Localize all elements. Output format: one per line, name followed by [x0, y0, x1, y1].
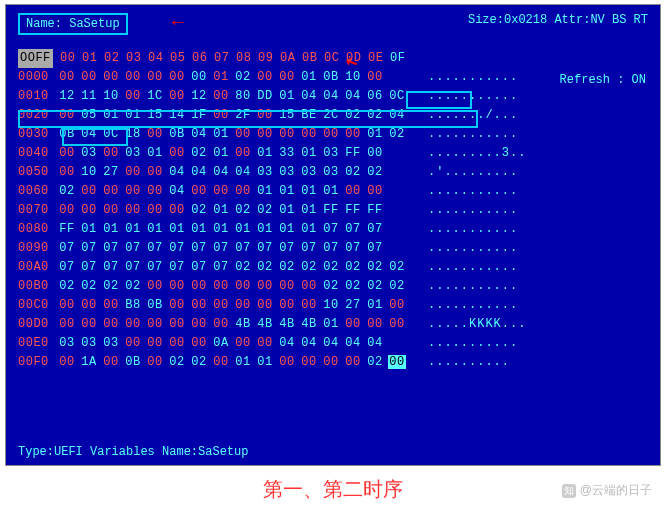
hex-byte[interactable]: 00 — [276, 296, 298, 315]
hex-byte[interactable]: 4B — [232, 315, 254, 334]
hex-byte[interactable]: 03 — [122, 144, 144, 163]
hex-byte[interactable]: 00 — [144, 125, 166, 144]
hex-row[interactable]: 00B002020202000000000000000002020202....… — [18, 277, 648, 296]
hex-byte[interactable]: 00 — [320, 125, 342, 144]
hex-byte[interactable]: 00 — [232, 144, 254, 163]
hex-byte[interactable]: 00 — [232, 182, 254, 201]
hex-byte[interactable]: 00 — [56, 106, 78, 125]
hex-byte[interactable]: 02 — [56, 182, 78, 201]
hex-byte[interactable]: 15 — [276, 106, 298, 125]
hex-byte[interactable]: 04 — [232, 163, 254, 182]
hex-byte[interactable]: 00 — [232, 296, 254, 315]
hex-byte[interactable]: 02 — [342, 258, 364, 277]
hex-byte[interactable]: 02 — [100, 277, 122, 296]
hex-byte[interactable]: 04 — [166, 163, 188, 182]
hex-row[interactable]: 0050001027000004040404030303030202 .'...… — [18, 163, 648, 182]
hex-byte[interactable]: 10 — [342, 68, 364, 87]
hex-byte[interactable]: 00 — [78, 68, 100, 87]
hex-byte[interactable]: 00 — [342, 125, 364, 144]
hex-row[interactable]: 00200005010115141F002F0015BE2C020204....… — [18, 106, 648, 125]
hex-byte[interactable]: 02 — [232, 258, 254, 277]
hex-byte[interactable]: 07 — [364, 220, 386, 239]
hex-byte[interactable]: 01 — [276, 201, 298, 220]
hex-byte[interactable]: 07 — [188, 258, 210, 277]
hex-byte[interactable]: 07 — [122, 239, 144, 258]
hex-byte[interactable]: 10 — [320, 296, 342, 315]
hex-byte[interactable]: 02 — [232, 68, 254, 87]
hex-row[interactable]: 0080FF0101010101010101010101070707 .....… — [18, 220, 648, 239]
hex-byte[interactable]: 01 — [254, 353, 276, 372]
hex-byte[interactable]: 4B — [276, 315, 298, 334]
hex-byte[interactable]: 07 — [232, 239, 254, 258]
hex-byte[interactable]: 02 — [342, 277, 364, 296]
hex-byte[interactable]: 00 — [166, 277, 188, 296]
hex-byte[interactable]: 01 — [78, 220, 100, 239]
hex-byte[interactable]: 00 — [122, 68, 144, 87]
hex-byte[interactable]: 00 — [188, 296, 210, 315]
hex-row[interactable]: 0010121110001C00120080DD01040404060C....… — [18, 87, 648, 106]
hex-byte[interactable]: 01 — [298, 182, 320, 201]
hex-byte[interactable]: 01 — [210, 68, 232, 87]
hex-row[interactable]: 004000030003010002010001330103FF00 .....… — [18, 144, 648, 163]
hex-byte[interactable]: 2F — [232, 106, 254, 125]
hex-byte[interactable]: 18 — [122, 125, 144, 144]
hex-byte[interactable]: 01 — [298, 68, 320, 87]
hex-byte[interactable]: 00 — [320, 353, 342, 372]
hex-byte[interactable]: 02 — [78, 277, 100, 296]
hex-byte[interactable]: 01 — [254, 220, 276, 239]
hex-byte[interactable]: 04 — [78, 125, 100, 144]
hex-byte[interactable]: 00 — [210, 315, 232, 334]
hex-byte[interactable]: 07 — [254, 239, 276, 258]
hex-byte[interactable]: 03 — [56, 334, 78, 353]
hex-byte[interactable]: 07 — [188, 239, 210, 258]
hex-byte[interactable]: 00 — [166, 315, 188, 334]
hex-byte[interactable]: 04 — [342, 334, 364, 353]
hex-byte[interactable]: 03 — [254, 163, 276, 182]
hex-byte[interactable]: 01 — [298, 144, 320, 163]
hex-row[interactable]: 00000000000000000001020000010B1000 .....… — [18, 68, 648, 87]
hex-byte[interactable]: 00 — [232, 277, 254, 296]
hex-row[interactable]: 00D000000000000000004B4B4B4B01000000....… — [18, 315, 648, 334]
hex-byte[interactable]: 00 — [210, 296, 232, 315]
hex-byte[interactable]: 01 — [276, 87, 298, 106]
hex-byte[interactable]: 07 — [276, 239, 298, 258]
hex-byte[interactable]: 00 — [386, 353, 408, 372]
hex-byte[interactable]: 00 — [386, 315, 408, 334]
hex-byte[interactable]: 02 — [320, 277, 342, 296]
hex-byte[interactable]: 02 — [342, 106, 364, 125]
hex-byte[interactable]: 2C — [320, 106, 342, 125]
hex-byte[interactable]: 00 — [144, 68, 166, 87]
hex-byte[interactable]: 00 — [364, 182, 386, 201]
hex-byte[interactable]: 00 — [78, 296, 100, 315]
hex-byte[interactable]: 00 — [188, 315, 210, 334]
hex-byte[interactable]: 02 — [232, 201, 254, 220]
hex-byte[interactable]: 00 — [56, 68, 78, 87]
hex-byte[interactable]: 00 — [276, 125, 298, 144]
hex-byte[interactable]: 00 — [144, 353, 166, 372]
hex-byte[interactable]: 00 — [56, 296, 78, 315]
hex-byte[interactable]: 04 — [298, 334, 320, 353]
hex-byte[interactable]: 07 — [56, 258, 78, 277]
hex-byte[interactable]: 01 — [210, 144, 232, 163]
hex-byte[interactable]: 02 — [364, 277, 386, 296]
hex-byte[interactable]: 01 — [210, 220, 232, 239]
hex-byte[interactable]: 00 — [364, 144, 386, 163]
hex-byte[interactable]: 00 — [166, 201, 188, 220]
hex-byte[interactable]: 00 — [144, 182, 166, 201]
hex-byte[interactable]: 02 — [364, 258, 386, 277]
hex-byte[interactable]: 07 — [166, 258, 188, 277]
hex-byte[interactable]: 01 — [298, 201, 320, 220]
hex-byte[interactable]: 00 — [144, 315, 166, 334]
hex-byte[interactable]: 00 — [276, 277, 298, 296]
hex-byte[interactable]: 00 — [210, 87, 232, 106]
hex-byte[interactable]: 00 — [122, 201, 144, 220]
hex-byte[interactable]: 00 — [298, 296, 320, 315]
hex-byte[interactable]: 07 — [298, 239, 320, 258]
hex-byte[interactable]: 0B — [144, 296, 166, 315]
hex-byte[interactable]: 00 — [188, 182, 210, 201]
hex-byte[interactable]: 07 — [320, 239, 342, 258]
hex-byte[interactable]: 1F — [188, 106, 210, 125]
hex-byte[interactable]: 00 — [100, 353, 122, 372]
hex-byte[interactable]: 00 — [166, 334, 188, 353]
hex-byte[interactable]: 01 — [188, 220, 210, 239]
